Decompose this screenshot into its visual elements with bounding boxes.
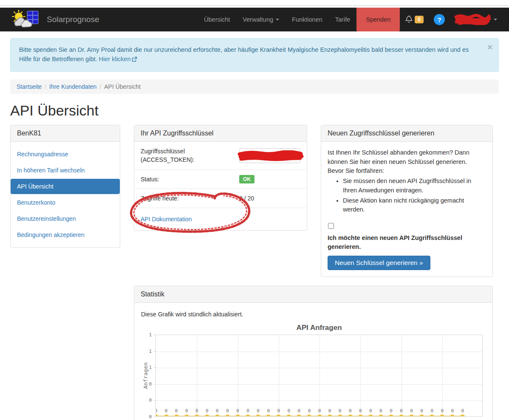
sidebar-item-link[interactable]: Benutzerkonto [11,195,120,210]
redacted-username-scribble [454,14,491,25]
confirm-checkbox[interactable] [328,223,334,229]
chart-gridline [156,368,482,368]
sidebar-item-link[interactable]: Benutzereinstellungen [11,211,120,226]
nav-item-verwaltung[interactable]: Verwaltung [236,8,286,31]
sidebar-item-link[interactable]: Bedingungen akzeptieren [11,227,120,242]
chart-y-axis-title: Anfragen [142,335,149,417]
nav-item-funktionen[interactable]: Funktionen [286,8,329,31]
chart-point-label: 0 [315,408,324,414]
chart-data-point [430,414,434,417]
help-button[interactable]: ? [429,8,450,31]
chart-point-label: 0 [264,408,273,414]
chart-data-point [256,414,260,417]
chart-point-label: 0 [428,408,436,414]
chart-point-label: 0 [156,408,160,414]
generate-intro: Ist Ihnen Ihr Schlüssel abhanden gekomme… [328,148,486,167]
status-row: Status: OK [134,169,307,189]
chart-point-label: 0 [325,408,334,414]
user-menu[interactable] [450,8,501,31]
chart-data-point [389,414,393,417]
help-icon: ? [434,14,445,25]
chart-point-label: 0 [387,408,395,414]
sidebar-item: Benutzereinstellungen [11,211,120,226]
brand-title: Solarprognose [47,15,99,24]
chart-data-point [399,414,404,417]
account-nav: RechnungsadresseIn höheren Tarif wechsel… [11,142,120,247]
chart-point-label: 0 [448,408,457,414]
chart-point-label: 0 [438,408,447,414]
chart-y-tick-label: 1 [141,349,152,354]
chart-gridline [279,335,279,416]
usage-label: Zugriffe heute: [141,194,239,203]
chart-point-label: 0 [162,408,170,414]
token-label: Zugriffsschlüssel (ACCESS_TOKEN): [141,147,239,164]
sidebar-item: Rechnungsadresse [11,147,120,162]
caret-down-icon [494,19,497,20]
chart-data-point [317,414,322,417]
chart-title: API Anfragen [156,324,483,332]
chart-point-label: 0 [285,408,293,414]
doc-row: API Dokumentation [134,208,307,230]
chart-data-point [348,414,353,417]
chart-data-point [164,414,169,417]
chart-y-tick-mark [154,400,156,400]
generate-before-label: Bevor Sie fortfahren: [328,166,486,176]
chart-y-tick-mark [154,417,156,417]
chart-data-point [379,414,383,417]
donate-button[interactable]: Spenden [356,8,400,31]
chart-plot-area: 0000000000000000000000000000000 [156,335,483,417]
status-label: Status: [141,175,239,183]
chart-data-point [286,414,291,417]
usage-value: 0 / 20 [239,195,254,202]
chart-point-label: 0 [407,408,416,414]
close-icon[interactable]: × [487,43,492,51]
access-key-panel: Ihr API Zugriffsschlüssel Zugriffsschlüs… [134,125,307,231]
chart-y-tick-mark [154,335,156,335]
chart-point-label: 0 [172,408,181,414]
breadcrumb-link[interactable]: Startseite [17,83,42,90]
chart-data-point [358,414,363,417]
generate-bullet-list: Sie müssen den neuen API Zugriffsschlüss… [328,177,486,214]
breadcrumb-link[interactable]: Ihre Kundendaten [49,83,96,90]
main-navbar: Solarprognose ÜbersichtVerwaltungFunktio… [0,8,509,31]
chart-data-point [225,414,230,417]
alert-link[interactable]: Hier klicken [99,56,131,62]
chart-data-point [297,414,301,417]
sidebar-item-link[interactable]: Rechnungsadresse [11,147,120,162]
page-title: API Übersicht [10,102,499,119]
chart-data-point [156,414,158,417]
notifications-button[interactable]: 0 [400,8,429,31]
generate-key-panel-header: Neuen Zugriffsschlüssel generieren [321,125,492,142]
chart-data-point [184,414,189,417]
brand[interactable]: Solarprognose [8,8,102,31]
chart-data-point [307,414,311,417]
chart-data-point [276,414,281,417]
sidebar-item-link[interactable]: In höheren Tarif wechseln [11,163,120,178]
chart-point-label: 0 [203,408,211,414]
chart-y-tick-mark [154,384,156,384]
chart-data-point [205,414,209,417]
chart-point-label: 0 [254,408,263,414]
generate-key-button[interactable]: Neuen Schlüssel generieren » [328,256,430,270]
chart-point-label: 0 [274,408,283,414]
redacted-token-scribble [237,150,304,162]
nav-item-übersicht[interactable]: Übersicht [198,8,236,31]
breadcrumb-current: API Übersicht [104,83,141,90]
confirm-text: Ich möchte einen neuen API Zugriffsschlü… [328,234,486,251]
nav-item-tarife[interactable]: Tarife [329,8,356,31]
access-token-field[interactable]: 9 [239,148,300,163]
sidebar-item: API Übersicht [11,179,120,194]
chart-gridline [156,400,482,401]
sidebar-item-link[interactable]: API Übersicht [11,179,120,194]
token-row: Zugriffsschlüssel (ACCESS_TOKEN): 9 [134,142,307,169]
chart-point-label: 0 [458,408,467,414]
browser-top-strip [0,0,509,6]
chart-point-label: 0 [223,408,232,414]
statistics-panel: Statistik Diese Grafik wird stündlich ak… [134,286,493,420]
breadcrumb-separator: / [96,83,104,90]
chart-point-label: 0 [376,408,385,414]
api-doc-link[interactable]: API Dokumentation [141,216,192,223]
sidebar-item: Bedingungen akzeptieren [11,227,120,242]
chart-gridline [402,335,402,416]
chart-gridline [156,384,482,385]
